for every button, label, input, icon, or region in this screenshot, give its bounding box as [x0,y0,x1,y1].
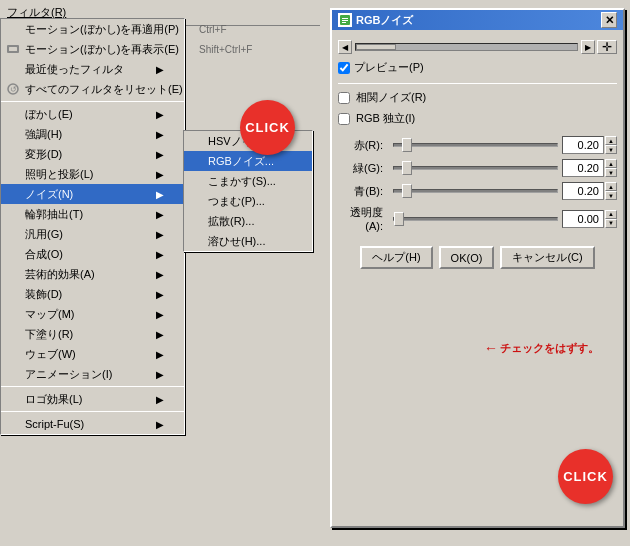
blue-slider-thumb[interactable] [402,184,412,198]
submenu-arrow-icon: ▶ [156,309,164,320]
menu-item-reset[interactable]: ↺ すべてのフィルタをリセット(E) [1,79,184,99]
menu-item-reapply[interactable]: モーション(ぼかし)を再適用(P) Ctrl+F [1,19,184,39]
blue-spin-up[interactable]: ▲ [605,182,617,191]
submenu-arrow-icon: ▶ [156,329,164,340]
menu-item-logo[interactable]: ロゴ効果(L) ▶ [1,389,184,409]
alpha-slider-track [393,217,558,221]
menu-item-shortcut: Shift+Ctrl+F [199,44,252,55]
submenu-item-pinch[interactable]: つまむ(P)... [184,191,312,211]
cancel-button[interactable]: キャンセル(C) [500,246,594,269]
submenu-arrow-icon: ▶ [156,269,164,280]
scroll-right-button[interactable]: ▶ [581,40,595,54]
rgb-independent-row: RGB 独立(I) [338,111,617,126]
rgb-noise-dialog: RGBノイズ ✕ ◀ ▶ ✛ プレビュー(P) 相関ノイズ(R) [330,8,625,528]
click-bubble-dialog: CLICK [558,449,613,504]
ok-button[interactable]: OK(O) [439,246,495,269]
alpha-spin-down[interactable]: ▼ [605,219,617,228]
menu-item-recent[interactable]: 最近使ったフィルタ ▶ [1,59,184,79]
svg-rect-6 [342,20,348,21]
annotation-left-arrow: ← [484,340,498,356]
menu-item-label: ロゴ効果(L) [25,392,82,407]
menu-item-enhance[interactable]: 強調(H) ▶ [1,124,184,144]
annotation-area: ← チェックをはずす。 [484,340,599,356]
submenu-item-slur[interactable]: 溶ひせ(H)... [184,231,312,251]
menu-item-label: アニメーション(I) [25,367,112,382]
menu-item-map[interactable]: マップ(M) ▶ [1,304,184,324]
blue-spinner: ▲ ▼ [605,182,617,200]
submenu-item-diffuse[interactable]: 拡散(R)... [184,211,312,231]
submenu-arrow-icon: ▶ [156,149,164,160]
submenu-arrow-icon: ▶ [156,349,164,360]
menu-item-animation[interactable]: アニメーション(I) ▶ [1,364,184,384]
submenu-arrow-icon: ▶ [156,209,164,220]
menu-item-artistic[interactable]: 芸術的効果(A) ▶ [1,264,184,284]
dialog-footer: ヘルプ(H) OK(O) キャンセル(C) [338,246,617,269]
reset-icon: ↺ [5,81,21,97]
menu-separator [1,101,184,102]
submenu-item-label: RGBノイズ... [208,154,274,169]
rgb-independent-label: RGB 独立(I) [356,111,415,126]
red-spin-down[interactable]: ▼ [605,145,617,154]
green-value-box: 0.20 [562,159,604,177]
svg-text:↺: ↺ [10,85,17,94]
submenu-item-rgb[interactable]: RGBノイズ... [184,151,312,171]
menu-item-redisplay[interactable]: モーション(ぼかし)を再表示(E) Shift+Ctrl+F [1,39,184,59]
green-label: 緑(G): [338,161,383,176]
submenu-arrow-icon: ▶ [156,169,164,180]
menu-item-label: ぼかし(E) [25,107,73,122]
submenu-item-label: 溶ひせ(H)... [208,234,265,249]
menu-separator-2 [1,386,184,387]
alpha-slider-thumb[interactable] [394,212,404,226]
dialog-titlebar: RGBノイズ ✕ [332,10,623,30]
menu-item-edge[interactable]: 輪郭抽出(T) ▶ [1,204,184,224]
menu-item-label: Script-Fu(S) [25,418,84,430]
red-slider-track [393,143,558,147]
menu-item-decor[interactable]: 装飾(D) ▶ [1,284,184,304]
submenu-arrow-icon: ▶ [156,419,164,430]
red-label: 赤(R): [338,138,383,153]
dialog-close-button[interactable]: ✕ [601,12,617,28]
menu-item-combine[interactable]: 合成(O) ▶ [1,244,184,264]
scroll-left-button[interactable]: ◀ [338,40,352,54]
menu-item-blur[interactable]: ぼかし(E) ▶ [1,104,184,124]
menu-item-distort[interactable]: 変形(D) ▶ [1,144,184,164]
alpha-spin-up[interactable]: ▲ [605,210,617,219]
green-slider-thumb[interactable] [402,161,412,175]
nav-cross-button[interactable]: ✛ [597,40,617,54]
svg-rect-7 [342,22,346,23]
preview-label: プレビュー(P) [354,60,424,75]
green-spin-down[interactable]: ▼ [605,168,617,177]
menu-item-noise[interactable]: ノイズ(N) ▶ [1,184,184,204]
correlated-noise-row: 相関ノイズ(R) [338,90,617,105]
menu-item-label: すべてのフィルタをリセット(E) [25,82,183,97]
submenu-item-spread[interactable]: こまかす(S)... [184,171,312,191]
menu-item-web[interactable]: ウェブ(W) ▶ [1,344,184,364]
annotation-note: チェックをはずす。 [500,341,599,356]
blue-slider-track [393,189,558,193]
menu-item-scriptfu[interactable]: Script-Fu(S) ▶ [1,414,184,434]
rgb-independent-checkbox[interactable] [338,113,350,125]
alpha-slider-row: 透明度(A): 0.00 ▲ ▼ [338,205,617,232]
menu-item-render[interactable]: 下塗り(R) ▶ [1,324,184,344]
menu-item-light[interactable]: 照明と投影(L) ▶ [1,164,184,184]
menu-item-label: 合成(O) [25,247,63,262]
filter-icon [5,41,21,57]
help-button[interactable]: ヘルプ(H) [360,246,432,269]
correlated-noise-checkbox[interactable] [338,92,350,104]
menu-item-label: 照明と投影(L) [25,167,93,182]
red-spin-up[interactable]: ▲ [605,136,617,145]
menu-item-label: モーション(ぼかし)を再適用(P) [25,22,179,37]
submenu-arrow-icon: ▶ [156,369,164,380]
scroll-track-h[interactable] [355,43,578,51]
red-slider-thumb[interactable] [402,138,412,152]
menu-item-generic[interactable]: 汎用(G) ▶ [1,224,184,244]
green-spin-up[interactable]: ▲ [605,159,617,168]
submenu-arrow-icon: ▶ [156,64,164,75]
correlated-noise-label: 相関ノイズ(R) [356,90,426,105]
preview-checkbox[interactable] [338,62,350,74]
menu-item-label: 最近使ったフィルタ [25,62,124,77]
red-slider-row: 赤(R): 0.20 ▲ ▼ [338,136,617,154]
blue-spin-down[interactable]: ▼ [605,191,617,200]
menu-item-label: ウェブ(W) [25,347,76,362]
submenu-item-label: つまむ(P)... [208,194,265,209]
